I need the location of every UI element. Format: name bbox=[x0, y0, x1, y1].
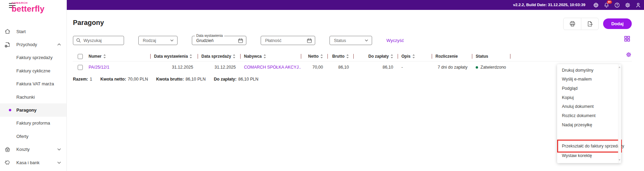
home-icon bbox=[4, 28, 11, 35]
cell-netto: 70,00 bbox=[301, 65, 328, 70]
column-header-opis[interactable]: Opis bbox=[398, 54, 432, 59]
table-settings-gear-icon[interactable] bbox=[626, 52, 632, 58]
status-badge: Zatwierdzono bbox=[476, 65, 510, 70]
sidebar-item-przychody[interactable]: Przychody bbox=[0, 38, 66, 51]
menu-item-kopiuj[interactable]: Kopiuj bbox=[557, 93, 618, 102]
chevron-up-icon bbox=[57, 43, 61, 46]
column-header-status[interactable]: Status bbox=[472, 54, 510, 59]
sidebar-item-kasa-i-bank[interactable]: Kasa i bank bbox=[0, 156, 66, 169]
summary-razem-value: 1 bbox=[90, 77, 92, 82]
search-input[interactable]: Wyszukaj bbox=[73, 36, 124, 45]
sort-icon bbox=[320, 54, 323, 58]
column-label: Nabywca bbox=[244, 54, 262, 59]
user-profile-icon[interactable] bbox=[635, 2, 641, 8]
column-label: Do zapłaty bbox=[368, 54, 389, 59]
sidebar-item-faktura-vat-marza[interactable]: Faktura VAT marża bbox=[0, 77, 66, 90]
chevron-down-icon bbox=[365, 39, 368, 42]
sidebar-item-label: Przychody bbox=[16, 42, 37, 47]
table-header: Numer Data wystawienia Data sprzedaży Na… bbox=[73, 52, 632, 61]
table-row[interactable]: PA/25/12/1 31.12.2025 31.12.2025 COMARCH… bbox=[73, 62, 632, 73]
column-header-rozliczenie[interactable]: Rozliczenie bbox=[432, 54, 472, 59]
menu-item-rozlicz-dokument[interactable]: Rozlicz dokument bbox=[557, 111, 618, 120]
filters-bar: Wyszukaj Rodzaj Data wystawienia Grudzie… bbox=[73, 36, 404, 45]
column-header-netto[interactable]: Netto bbox=[301, 54, 328, 59]
column-header-data-wystawienia[interactable]: Data wystawienia bbox=[151, 54, 198, 59]
sidebar-item-paragony[interactable]: Paragony bbox=[0, 103, 66, 116]
buyer-link[interactable]: COMARCH SPÓŁKA AKCYJ... bbox=[244, 65, 301, 70]
chevron-down-icon bbox=[170, 39, 174, 42]
menu-item-anuluj-dokument[interactable]: Anuluj dokument bbox=[557, 102, 618, 111]
menu-item-przeksztalc-do-faktury-sprzedazy[interactable]: Przekształć do faktury sprzedaży bbox=[558, 144, 624, 148]
cell-opis: - bbox=[398, 65, 432, 70]
issue-date-label: Data wystawienia bbox=[195, 34, 224, 38]
column-header-nabywca[interactable]: Nabywca bbox=[241, 54, 301, 59]
search-icon bbox=[76, 38, 81, 43]
sidebar-item-faktury-proforma[interactable]: Faktury proforma bbox=[0, 117, 66, 130]
sort-icon bbox=[390, 54, 393, 58]
sort-icon bbox=[103, 54, 106, 58]
issue-date-value: Grudzień bbox=[196, 38, 214, 43]
add-button[interactable]: Dodaj bbox=[603, 18, 632, 29]
sidebar: COMARCH betterfly Start Przychody Faktur… bbox=[0, 0, 67, 171]
sidebar-item-start[interactable]: Start bbox=[0, 25, 66, 38]
notifications-bell-icon[interactable]: 9+ bbox=[603, 2, 610, 8]
summary-brutto-value: 86,10 PLN bbox=[185, 77, 205, 82]
highlighted-menu-item-frame: Przekształć do faktury sprzedaży bbox=[557, 140, 622, 153]
sidebar-item-faktury-cykliczne[interactable]: Faktury cykliczne bbox=[0, 64, 66, 77]
sidebar-item-label: Faktury sprzedaży bbox=[16, 55, 52, 60]
header-divider bbox=[73, 61, 632, 61]
sidebar-item-label: Faktura VAT marża bbox=[16, 81, 54, 86]
settings-gear-icon[interactable] bbox=[625, 2, 631, 8]
column-label: Data wystawienia bbox=[154, 54, 188, 59]
basket-icon bbox=[4, 146, 11, 153]
sidebar-item-oferty[interactable]: Oferty bbox=[0, 130, 66, 143]
issue-date-filter[interactable]: Data wystawienia Grudzień bbox=[192, 36, 246, 45]
column-header-numer[interactable]: Numer bbox=[85, 54, 151, 59]
menu-item-wystaw-korekte[interactable]: Wystaw korektę bbox=[557, 151, 618, 160]
active-item-dot bbox=[9, 109, 11, 111]
cell-data-sprzedazy: 31.12.2025 bbox=[198, 65, 241, 70]
summary-brutto-label: Kwota brutto: bbox=[156, 77, 184, 82]
type-select[interactable]: Rodzaj bbox=[138, 36, 178, 45]
status-select[interactable]: Status bbox=[329, 36, 372, 45]
sidebar-item-label: Koszty bbox=[16, 147, 30, 152]
clear-filters-link[interactable]: Wyczyść bbox=[386, 38, 404, 43]
column-header-brutto[interactable]: Brutto bbox=[328, 54, 354, 59]
scroll-down-icon[interactable]: ▼ bbox=[618, 159, 621, 161]
column-header-data-sprzedazy[interactable]: Data sprzedaży bbox=[198, 54, 241, 59]
network-globe-icon[interactable] bbox=[593, 2, 599, 8]
sidebar-item-label: Rachunki bbox=[16, 95, 35, 100]
sidebar-item-label: Start bbox=[16, 29, 26, 34]
menu-item-wyslij-emailem[interactable]: Wyślij e-mailem bbox=[557, 75, 618, 84]
summary-netto-label: Kwota netto: bbox=[100, 77, 126, 82]
export-document-button[interactable] bbox=[581, 18, 598, 30]
payment-placeholder: Płatność bbox=[265, 38, 281, 43]
menu-item-podglad[interactable]: Podgląd bbox=[557, 84, 618, 93]
column-header-do-zaplaty[interactable]: Do zapłaty bbox=[354, 54, 398, 59]
help-icon[interactable] bbox=[614, 2, 620, 8]
status-placeholder: Status bbox=[334, 38, 346, 43]
sort-icon bbox=[412, 54, 415, 58]
sidebar-item-rachunki[interactable]: Rachunki bbox=[0, 90, 66, 103]
select-all-checkbox[interactable] bbox=[78, 54, 83, 59]
menu-scrollbar[interactable] bbox=[618, 64, 621, 163]
sidebar-item-koszty[interactable]: Koszty bbox=[0, 143, 66, 156]
cell-data-wystawienia: 31.12.2025 bbox=[151, 65, 198, 70]
menu-item-nadaj-przesylke[interactable]: Nadaj przesyłkę bbox=[557, 120, 618, 130]
print-button[interactable] bbox=[564, 18, 581, 30]
summary-do-zaplaty-value: 86,10 PLN bbox=[238, 77, 258, 82]
sidebar-item-faktury-sprzedazy[interactable]: Faktury sprzedaży bbox=[0, 51, 66, 64]
document-number-link[interactable]: PA/25/12/1 bbox=[89, 65, 109, 70]
grid-view-icon[interactable] bbox=[624, 36, 630, 42]
column-label: Brutto bbox=[332, 54, 344, 59]
page-title: Paragony bbox=[73, 19, 104, 27]
menu-item-drukuj-domyslny[interactable]: Drukuj domyślny bbox=[557, 66, 618, 75]
chevron-down-icon bbox=[57, 161, 61, 165]
summary-netto-value: 70,00 PLN bbox=[128, 77, 148, 82]
scroll-up-icon[interactable]: ▲ bbox=[618, 66, 621, 69]
row-context-menu: Drukuj domyślny Wyślij e-mailem Podgląd … bbox=[557, 64, 621, 163]
calendar-icon bbox=[238, 38, 243, 43]
payment-date-filter[interactable]: Płatność bbox=[261, 36, 315, 45]
piggy-bank-icon bbox=[4, 159, 11, 166]
row-checkbox[interactable] bbox=[78, 65, 83, 70]
